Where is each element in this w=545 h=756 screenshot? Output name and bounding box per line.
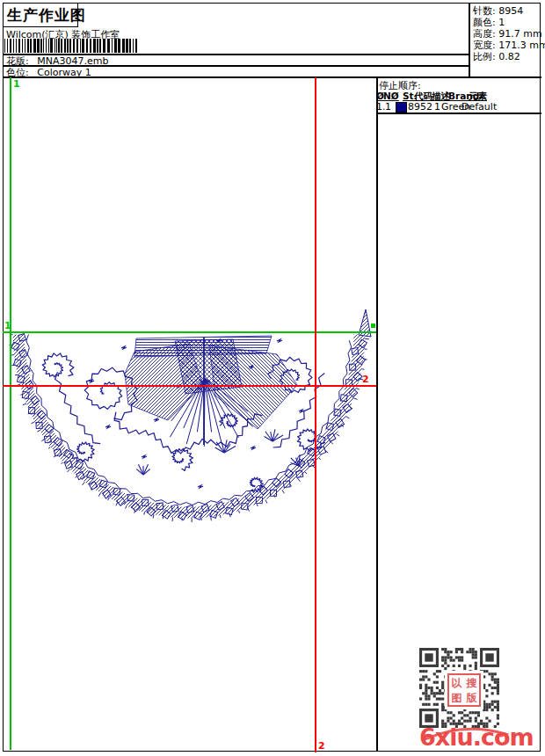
stat-height: 高度: 91.7 mm <box>473 28 545 40</box>
row-index: 1. <box>376 101 386 113</box>
row-n: 1 <box>385 101 391 113</box>
stat-colors: 颜色: 1 <box>473 17 545 28</box>
pattern-label: 花版: <box>6 55 29 67</box>
start-point-square <box>371 323 375 328</box>
embroidery-design <box>3 77 376 752</box>
page-title: 生产作业图 <box>7 5 86 25</box>
watermark-swoosh <box>418 712 516 749</box>
start-marker-left: 1 <box>4 321 11 331</box>
divider-stats-box <box>469 3 470 77</box>
stat-width: 宽度: 171.3 mm <box>473 40 545 51</box>
divider-table-bottom <box>376 113 541 114</box>
color-swatch <box>396 102 407 113</box>
divider-right-panel <box>376 77 378 752</box>
col-header-n: NØ <box>383 91 399 101</box>
guide-line-red-horizontal <box>3 385 376 387</box>
guide-line-green-horizontal <box>3 331 376 333</box>
production-worksheet: 生产作业图 Wilcom(汇京) 装饰工作室 花版: MNA3047.emb 色… <box>0 0 545 756</box>
stat-scale: 比例: 0.82 <box>473 51 545 62</box>
row-code: 1 <box>434 101 440 113</box>
stat-stitches: 针数: 8954 <box>473 5 545 17</box>
start-marker-top: 1 <box>13 79 20 89</box>
pattern-row: 花版: MNA3047.emb <box>6 55 108 67</box>
stamp-logo: 以搜 图版 <box>447 673 481 707</box>
guide-line-green-vertical <box>10 77 11 750</box>
row-stitches: 8952 <box>408 101 432 113</box>
design-stats: 针数: 8954 颜色: 1 高度: 91.7 mm 宽度: 171.3 mm … <box>473 5 545 62</box>
pattern-filename: MNA3047.emb <box>37 55 108 67</box>
barcode <box>4 39 139 53</box>
guide-line-red-vertical <box>315 77 316 752</box>
end-marker-right: 2 <box>362 374 369 384</box>
end-marker-bottom: 2 <box>318 741 325 751</box>
row-brand: Default <box>461 101 497 113</box>
